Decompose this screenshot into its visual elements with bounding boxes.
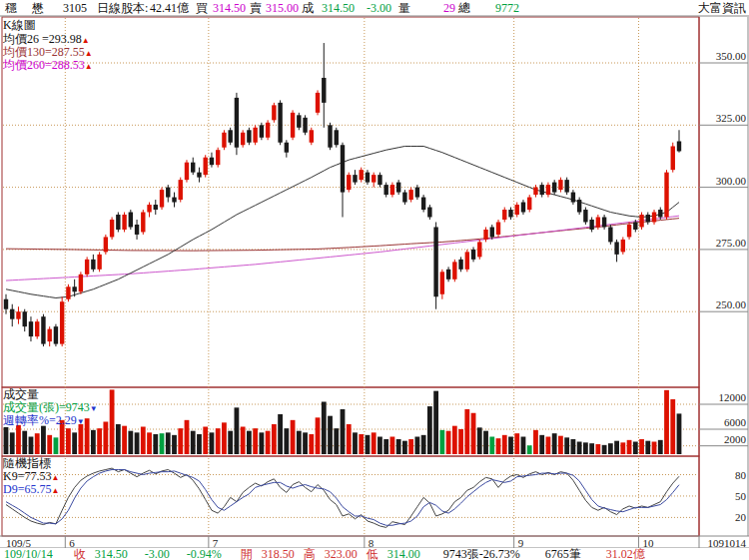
d9-label: D9=65.75▲ bbox=[3, 483, 59, 497]
x-axis-month-label: 109/5 bbox=[6, 537, 31, 549]
x-axis-month-label: 8 bbox=[369, 537, 374, 549]
status-date: 109/10/14 bbox=[4, 548, 53, 560]
y-axis-tick: 2000 bbox=[701, 433, 746, 445]
status-open: 318.50 bbox=[262, 548, 295, 560]
y-axis-tick: 6000 bbox=[701, 416, 746, 428]
high-label: 高 bbox=[304, 548, 316, 560]
y-axis-tick: 350.00 bbox=[701, 50, 746, 62]
status-change-pct: -0.94% bbox=[187, 548, 222, 560]
y-axis-tick: 325.00 bbox=[701, 112, 746, 124]
status-trades: 6765筆 bbox=[545, 548, 581, 560]
main-panel-title: K線圖 bbox=[3, 19, 36, 32]
ma26-up-arrow-icon: ▲ bbox=[82, 36, 90, 45]
ma130-text: 均價130=287.55 bbox=[3, 45, 85, 59]
x-axis-month-label: 7 bbox=[213, 537, 219, 549]
status-bar: 109/10/14 收 314.50 -3.00 -0.94% 開 318.50… bbox=[0, 548, 749, 560]
y-axis-tick: 20 bbox=[701, 511, 746, 523]
status-high: 323.00 bbox=[325, 548, 358, 560]
k9-up-arrow-icon: ▲ bbox=[51, 473, 59, 482]
d9-text: D9=65.75 bbox=[3, 482, 51, 496]
turnover-text: 週轉率%=2.29 bbox=[3, 413, 77, 427]
status-close: 314.50 bbox=[95, 548, 128, 560]
y-axis-tick: 12000 bbox=[701, 391, 746, 403]
turnover-down-arrow-icon: ▼ bbox=[77, 417, 85, 426]
close-label: 收 bbox=[74, 548, 86, 560]
x-axis-month-label: 9 bbox=[518, 537, 524, 549]
status-vol-pct: 9743張-26.73% bbox=[443, 548, 520, 560]
d9-up-arrow-icon: ▲ bbox=[51, 486, 59, 495]
status-change: -3.00 bbox=[145, 548, 170, 560]
volume-down-arrow-icon: ▼ bbox=[90, 404, 98, 413]
ma130-up-arrow-icon: ▲ bbox=[85, 49, 93, 58]
status-amount: 31.02億 bbox=[606, 548, 645, 560]
ma26-text: 均價26 =293.98 bbox=[3, 32, 82, 46]
x-axis-month-label: 6 bbox=[69, 537, 75, 549]
status-low: 314.00 bbox=[387, 548, 420, 560]
x-axis-month-label: 10 bbox=[642, 537, 653, 549]
y-axis-tick: 50 bbox=[701, 490, 746, 502]
y-axis-tick: 275.00 bbox=[701, 237, 746, 249]
ma260-up-arrow-icon: ▲ bbox=[85, 62, 93, 71]
y-axis-tick: 300.00 bbox=[701, 175, 746, 187]
y-axis-tick: 250.00 bbox=[701, 298, 746, 310]
chart-canvas[interactable] bbox=[0, 0, 749, 560]
k9-text: K9=77.53 bbox=[3, 469, 51, 483]
ma260-label: 均價260=288.53▲ bbox=[3, 59, 93, 73]
low-label: 低 bbox=[367, 548, 378, 560]
y-axis-tick: 80 bbox=[701, 469, 746, 481]
open-label: 開 bbox=[241, 548, 253, 560]
turnover-label: 週轉率%=2.29▼ bbox=[3, 414, 85, 428]
trading-app-window: 穩 懋 3105 日線 股本: 42.41億 買 314.50 賣 315.00… bbox=[0, 0, 749, 560]
ma260-text: 均價260=288.53 bbox=[3, 58, 85, 72]
volume-text: 成交量(張)=9743 bbox=[3, 400, 90, 414]
